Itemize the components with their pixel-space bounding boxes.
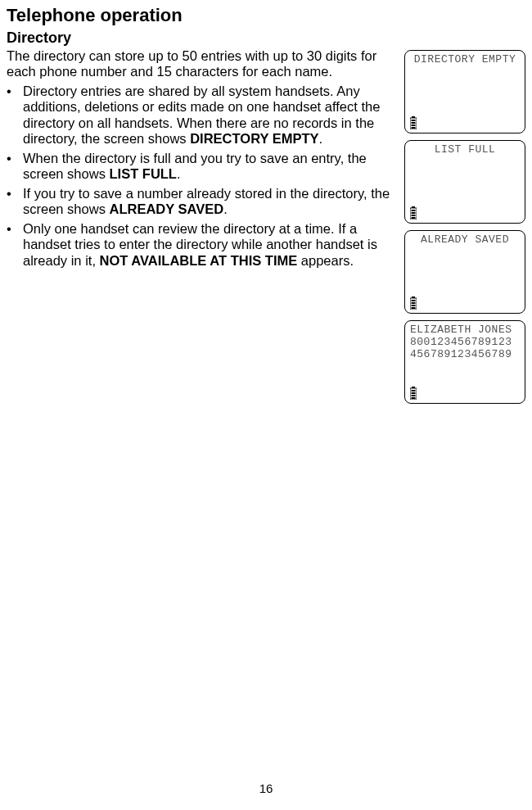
bullet-marker: •	[7, 221, 23, 269]
battery-icon	[410, 387, 417, 400]
svg-rect-20	[412, 390, 416, 391]
svg-rect-15	[412, 302, 416, 304]
screen-line: 800123456789123	[410, 337, 520, 349]
main-content: The directory can store up to 50 entries…	[7, 48, 525, 404]
svg-rect-3	[412, 122, 416, 124]
bullet-marker: •	[7, 186, 23, 218]
bullet-text: Directory entries are shared by all syst…	[23, 84, 399, 147]
battery-icon	[410, 116, 417, 129]
screen-line: ELIZABETH JONES	[410, 324, 520, 337]
screen-elizabeth-jones: ELIZABETH JONES 800123456789123 45678912…	[404, 320, 525, 404]
text-column: The directory can store up to 50 entries…	[7, 48, 399, 272]
bullet-marker: •	[7, 151, 23, 183]
svg-rect-5	[412, 127, 416, 129]
svg-rect-23	[412, 397, 416, 399]
svg-rect-9	[412, 212, 416, 214]
svg-rect-22	[412, 395, 416, 396]
section-title: Directory	[7, 29, 525, 47]
svg-rect-17	[412, 307, 416, 309]
bullet-marker: •	[7, 84, 23, 147]
list-item: • Directory entries are shared by all sy…	[7, 84, 399, 147]
screens-column: DIRECTORY EMPTY LIST FULL ALREADY SAVED …	[404, 48, 525, 404]
screen-list-full: LIST FULL	[404, 140, 525, 224]
svg-rect-8	[412, 210, 416, 211]
screen-line: 456789123456789	[410, 349, 520, 361]
bullet-text: If you try to save a number already stor…	[23, 186, 399, 218]
screen-line: ALREADY SAVED	[410, 234, 520, 247]
list-item: • Only one handset can review the direct…	[7, 221, 399, 269]
svg-rect-4	[412, 124, 416, 126]
bullet-text: When the directory is full and you try t…	[23, 151, 399, 183]
battery-icon	[410, 296, 417, 310]
svg-rect-14	[412, 300, 416, 301]
bullet-list: • Directory entries are shared by all sy…	[7, 84, 399, 269]
bullet-text: Only one handset can review the director…	[23, 221, 399, 269]
battery-icon	[410, 206, 417, 219]
svg-rect-10	[412, 215, 416, 216]
svg-rect-2	[412, 120, 416, 121]
screen-line: DIRECTORY EMPTY	[410, 54, 520, 66]
screen-already-saved: ALREADY SAVED	[404, 230, 525, 314]
list-item: • When the directory is full and you try…	[7, 151, 399, 183]
svg-rect-21	[412, 392, 416, 394]
page-number: 16	[0, 781, 532, 795]
intro-text: The directory can store up to 50 entries…	[7, 48, 399, 80]
page-title: Telephone operation	[7, 5, 525, 26]
list-item: • If you try to save a number already st…	[7, 186, 399, 218]
svg-rect-11	[412, 217, 416, 219]
screen-directory-empty: DIRECTORY EMPTY	[404, 50, 525, 133]
screen-line: LIST FULL	[410, 144, 520, 156]
svg-rect-16	[412, 305, 416, 306]
